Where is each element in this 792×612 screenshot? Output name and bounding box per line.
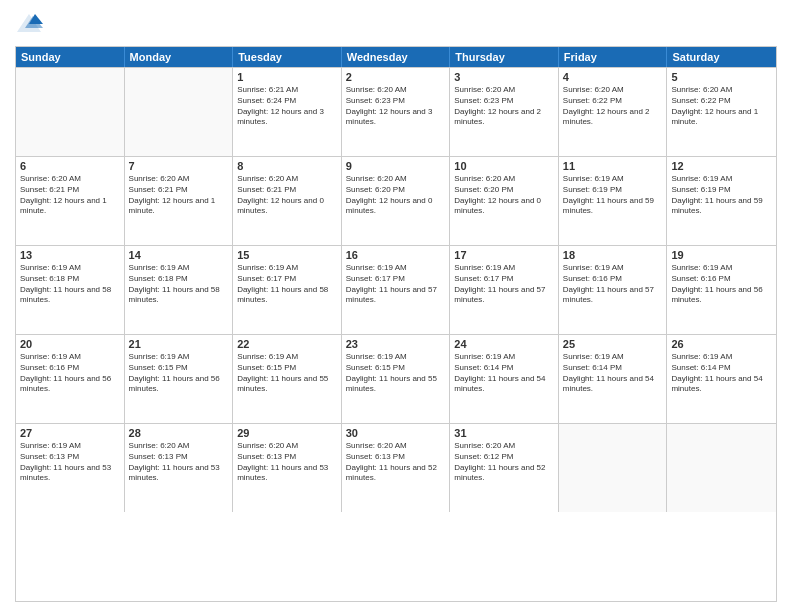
header-day-friday: Friday (559, 47, 668, 67)
cal-cell: 31 Sunrise: 6:20 AMSunset: 6:12 PMDaylig… (450, 424, 559, 512)
cell-info: Sunrise: 6:19 AMSunset: 6:18 PMDaylight:… (129, 263, 229, 306)
day-number: 30 (346, 427, 446, 439)
day-number: 9 (346, 160, 446, 172)
cell-info: Sunrise: 6:19 AMSunset: 6:14 PMDaylight:… (454, 352, 554, 395)
cal-cell: 18 Sunrise: 6:19 AMSunset: 6:16 PMDaylig… (559, 246, 668, 334)
day-number: 26 (671, 338, 772, 350)
day-number: 22 (237, 338, 337, 350)
cal-cell: 17 Sunrise: 6:19 AMSunset: 6:17 PMDaylig… (450, 246, 559, 334)
cal-cell: 23 Sunrise: 6:19 AMSunset: 6:15 PMDaylig… (342, 335, 451, 423)
cal-cell: 15 Sunrise: 6:19 AMSunset: 6:17 PMDaylig… (233, 246, 342, 334)
cal-cell: 28 Sunrise: 6:20 AMSunset: 6:13 PMDaylig… (125, 424, 234, 512)
calendar: SundayMondayTuesdayWednesdayThursdayFrid… (15, 46, 777, 602)
cal-week-1: 1 Sunrise: 6:21 AMSunset: 6:24 PMDayligh… (16, 67, 776, 156)
day-number: 17 (454, 249, 554, 261)
cell-info: Sunrise: 6:19 AMSunset: 6:18 PMDaylight:… (20, 263, 120, 306)
logo-icon (15, 10, 43, 38)
cell-info: Sunrise: 6:20 AMSunset: 6:21 PMDaylight:… (20, 174, 120, 217)
cal-cell: 14 Sunrise: 6:19 AMSunset: 6:18 PMDaylig… (125, 246, 234, 334)
cell-info: Sunrise: 6:19 AMSunset: 6:13 PMDaylight:… (20, 441, 120, 484)
day-number: 11 (563, 160, 663, 172)
day-number: 16 (346, 249, 446, 261)
day-number: 12 (671, 160, 772, 172)
cal-week-5: 27 Sunrise: 6:19 AMSunset: 6:13 PMDaylig… (16, 423, 776, 512)
cell-info: Sunrise: 6:19 AMSunset: 6:17 PMDaylight:… (346, 263, 446, 306)
day-number: 20 (20, 338, 120, 350)
header-day-tuesday: Tuesday (233, 47, 342, 67)
cell-info: Sunrise: 6:19 AMSunset: 6:16 PMDaylight:… (563, 263, 663, 306)
day-number: 1 (237, 71, 337, 83)
cell-info: Sunrise: 6:19 AMSunset: 6:14 PMDaylight:… (671, 352, 772, 395)
header-day-saturday: Saturday (667, 47, 776, 67)
cal-cell: 4 Sunrise: 6:20 AMSunset: 6:22 PMDayligh… (559, 68, 668, 156)
cell-info: Sunrise: 6:20 AMSunset: 6:22 PMDaylight:… (671, 85, 772, 128)
day-number: 24 (454, 338, 554, 350)
cal-cell: 20 Sunrise: 6:19 AMSunset: 6:16 PMDaylig… (16, 335, 125, 423)
logo (15, 10, 47, 38)
cal-cell (559, 424, 668, 512)
cal-cell (16, 68, 125, 156)
cal-cell: 30 Sunrise: 6:20 AMSunset: 6:13 PMDaylig… (342, 424, 451, 512)
cal-cell: 3 Sunrise: 6:20 AMSunset: 6:23 PMDayligh… (450, 68, 559, 156)
cal-cell: 16 Sunrise: 6:19 AMSunset: 6:17 PMDaylig… (342, 246, 451, 334)
cell-info: Sunrise: 6:19 AMSunset: 6:14 PMDaylight:… (563, 352, 663, 395)
cal-cell: 21 Sunrise: 6:19 AMSunset: 6:15 PMDaylig… (125, 335, 234, 423)
cell-info: Sunrise: 6:20 AMSunset: 6:13 PMDaylight:… (129, 441, 229, 484)
day-number: 21 (129, 338, 229, 350)
day-number: 13 (20, 249, 120, 261)
cal-cell: 1 Sunrise: 6:21 AMSunset: 6:24 PMDayligh… (233, 68, 342, 156)
day-number: 3 (454, 71, 554, 83)
cal-cell: 10 Sunrise: 6:20 AMSunset: 6:20 PMDaylig… (450, 157, 559, 245)
cell-info: Sunrise: 6:19 AMSunset: 6:19 PMDaylight:… (671, 174, 772, 217)
cell-info: Sunrise: 6:19 AMSunset: 6:16 PMDaylight:… (20, 352, 120, 395)
cal-cell (125, 68, 234, 156)
cell-info: Sunrise: 6:19 AMSunset: 6:15 PMDaylight:… (346, 352, 446, 395)
cal-cell: 19 Sunrise: 6:19 AMSunset: 6:16 PMDaylig… (667, 246, 776, 334)
cal-cell: 9 Sunrise: 6:20 AMSunset: 6:20 PMDayligh… (342, 157, 451, 245)
cell-info: Sunrise: 6:19 AMSunset: 6:15 PMDaylight:… (237, 352, 337, 395)
day-number: 27 (20, 427, 120, 439)
day-number: 4 (563, 71, 663, 83)
day-number: 31 (454, 427, 554, 439)
day-number: 25 (563, 338, 663, 350)
header (15, 10, 777, 38)
cal-cell: 11 Sunrise: 6:19 AMSunset: 6:19 PMDaylig… (559, 157, 668, 245)
cal-cell: 26 Sunrise: 6:19 AMSunset: 6:14 PMDaylig… (667, 335, 776, 423)
cell-info: Sunrise: 6:19 AMSunset: 6:17 PMDaylight:… (237, 263, 337, 306)
cal-cell: 13 Sunrise: 6:19 AMSunset: 6:18 PMDaylig… (16, 246, 125, 334)
cal-week-2: 6 Sunrise: 6:20 AMSunset: 6:21 PMDayligh… (16, 156, 776, 245)
day-number: 7 (129, 160, 229, 172)
cell-info: Sunrise: 6:20 AMSunset: 6:23 PMDaylight:… (454, 85, 554, 128)
day-number: 8 (237, 160, 337, 172)
cell-info: Sunrise: 6:19 AMSunset: 6:19 PMDaylight:… (563, 174, 663, 217)
cell-info: Sunrise: 6:20 AMSunset: 6:12 PMDaylight:… (454, 441, 554, 484)
cell-info: Sunrise: 6:20 AMSunset: 6:21 PMDaylight:… (237, 174, 337, 217)
cal-cell: 29 Sunrise: 6:20 AMSunset: 6:13 PMDaylig… (233, 424, 342, 512)
cell-info: Sunrise: 6:20 AMSunset: 6:13 PMDaylight:… (237, 441, 337, 484)
cell-info: Sunrise: 6:19 AMSunset: 6:15 PMDaylight:… (129, 352, 229, 395)
cal-cell: 8 Sunrise: 6:20 AMSunset: 6:21 PMDayligh… (233, 157, 342, 245)
cell-info: Sunrise: 6:19 AMSunset: 6:17 PMDaylight:… (454, 263, 554, 306)
cell-info: Sunrise: 6:20 AMSunset: 6:13 PMDaylight:… (346, 441, 446, 484)
calendar-header: SundayMondayTuesdayWednesdayThursdayFrid… (16, 47, 776, 67)
header-day-wednesday: Wednesday (342, 47, 451, 67)
header-day-sunday: Sunday (16, 47, 125, 67)
day-number: 15 (237, 249, 337, 261)
cal-week-4: 20 Sunrise: 6:19 AMSunset: 6:16 PMDaylig… (16, 334, 776, 423)
calendar-body: 1 Sunrise: 6:21 AMSunset: 6:24 PMDayligh… (16, 67, 776, 512)
page: SundayMondayTuesdayWednesdayThursdayFrid… (0, 0, 792, 612)
cell-info: Sunrise: 6:20 AMSunset: 6:20 PMDaylight:… (454, 174, 554, 217)
cell-info: Sunrise: 6:19 AMSunset: 6:16 PMDaylight:… (671, 263, 772, 306)
cal-cell (667, 424, 776, 512)
day-number: 2 (346, 71, 446, 83)
cal-cell: 22 Sunrise: 6:19 AMSunset: 6:15 PMDaylig… (233, 335, 342, 423)
cal-cell: 24 Sunrise: 6:19 AMSunset: 6:14 PMDaylig… (450, 335, 559, 423)
day-number: 6 (20, 160, 120, 172)
day-number: 18 (563, 249, 663, 261)
cal-cell: 7 Sunrise: 6:20 AMSunset: 6:21 PMDayligh… (125, 157, 234, 245)
day-number: 19 (671, 249, 772, 261)
day-number: 28 (129, 427, 229, 439)
cell-info: Sunrise: 6:21 AMSunset: 6:24 PMDaylight:… (237, 85, 337, 128)
cal-cell: 12 Sunrise: 6:19 AMSunset: 6:19 PMDaylig… (667, 157, 776, 245)
cell-info: Sunrise: 6:20 AMSunset: 6:20 PMDaylight:… (346, 174, 446, 217)
